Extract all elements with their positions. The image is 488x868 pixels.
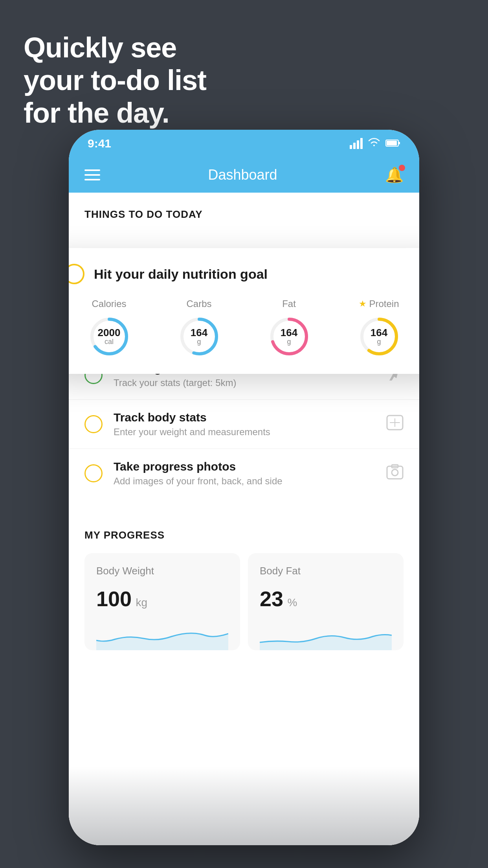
hero-text: Quickly see your to-do list for the day.	[24, 31, 206, 129]
body-weight-card[interactable]: Body Weight 100 kg	[84, 553, 240, 650]
header-title: Dashboard	[208, 167, 277, 183]
body-stats-info: Track body stats Enter your weight and m…	[114, 411, 375, 438]
calories-value: 2000	[98, 327, 121, 338]
body-fat-value-row: 23 %	[260, 587, 392, 611]
carbs-ring: Carbs 164 g	[178, 298, 221, 358]
hero-line2: your to-do list	[24, 64, 206, 97]
hero-line1: Quickly see	[24, 31, 206, 64]
fat-value: 164	[281, 327, 297, 338]
body-weight-card-title: Body Weight	[96, 565, 228, 577]
carbs-ring-wrapper: 164 g	[178, 315, 221, 358]
body-fat-chart	[260, 619, 392, 650]
carbs-value: 164	[191, 327, 207, 338]
app-header: Dashboard 🔔	[69, 157, 419, 193]
signal-bars-icon	[350, 138, 363, 149]
nutrition-rings: Calories 2000 cal	[69, 298, 419, 358]
hero-line3: for the day.	[24, 97, 206, 129]
status-time: 9:41	[88, 137, 111, 150]
carbs-label: Carbs	[186, 298, 211, 309]
body-weight-value-row: 100 kg	[96, 587, 228, 611]
protein-ring: ★ Protein 164 g	[358, 298, 401, 358]
status-bar: 9:41	[69, 130, 419, 157]
protein-value-wrapper: 164 g	[371, 327, 387, 346]
protein-unit: g	[371, 338, 387, 346]
progress-photos-subtitle: Add images of your front, back, and side	[114, 476, 375, 487]
body-stats-checkbox[interactable]	[84, 415, 103, 433]
protein-label: ★ Protein	[359, 298, 399, 309]
calories-unit: cal	[98, 338, 121, 346]
notification-button[interactable]: 🔔	[385, 166, 404, 184]
phone-frame: 9:41	[69, 130, 419, 845]
body-fat-card-title: Body Fat	[260, 565, 392, 577]
menu-button[interactable]	[84, 169, 100, 180]
body-stats-title: Track body stats	[114, 411, 375, 424]
card-header: Hit your daily nutrition goal	[69, 264, 419, 284]
svg-rect-1	[387, 141, 397, 145]
todo-item-body-stats[interactable]: Track body stats Enter your weight and m…	[69, 399, 419, 449]
body-weight-chart	[96, 619, 228, 650]
fat-value-wrapper: 164 g	[281, 327, 297, 346]
battery-icon	[385, 137, 400, 150]
fat-ring-wrapper: 164 g	[268, 315, 311, 358]
carbs-unit: g	[191, 338, 207, 346]
content-area: THINGS TO DO TODAY Hit your daily nutrit…	[69, 193, 419, 845]
todo-item-progress-photos[interactable]: Take progress photos Add images of your …	[69, 449, 419, 498]
body-fat-unit: %	[288, 596, 297, 609]
phone-mockup: 9:41	[69, 130, 419, 845]
nutrition-checkbox[interactable]	[69, 264, 84, 284]
scale-icon	[386, 415, 404, 434]
status-icons	[350, 137, 400, 150]
protein-ring-wrapper: 164 g	[358, 315, 401, 358]
progress-photos-title: Take progress photos	[114, 460, 375, 473]
fat-unit: g	[281, 338, 297, 346]
svg-rect-2	[398, 142, 400, 144]
calories-ring-wrapper: 2000 cal	[88, 315, 131, 358]
progress-section-title: MY PROGRESS	[84, 529, 404, 541]
svg-point-13	[392, 469, 398, 476]
photo-icon	[386, 464, 404, 483]
progress-cards: Body Weight 100 kg	[84, 553, 404, 650]
nutrition-card: Hit your daily nutrition goal Calories	[69, 248, 419, 374]
nutrition-card-title: Hit your daily nutrition goal	[94, 267, 268, 282]
section-title: THINGS TO DO TODAY	[69, 193, 419, 228]
progress-photos-info: Take progress photos Add images of your …	[114, 460, 375, 487]
running-subtitle: Track your stats (target: 5km)	[114, 377, 375, 388]
calories-value-wrapper: 2000 cal	[98, 327, 121, 346]
body-fat-value: 23	[260, 587, 283, 611]
protein-value: 164	[371, 327, 387, 338]
progress-photos-checkbox[interactable]	[84, 464, 103, 482]
wifi-icon	[368, 138, 380, 150]
fat-label: Fat	[282, 298, 296, 309]
body-weight-value: 100	[96, 587, 132, 611]
body-fat-card[interactable]: Body Fat 23 %	[248, 553, 404, 650]
calories-ring: Calories 2000 cal	[88, 298, 131, 358]
body-stats-subtitle: Enter your weight and measurements	[114, 427, 375, 438]
body-weight-unit: kg	[136, 596, 148, 609]
fat-ring: Fat 164 g	[268, 298, 311, 358]
calories-label: Calories	[92, 298, 126, 309]
star-icon: ★	[359, 299, 367, 309]
carbs-value-wrapper: 164 g	[191, 327, 207, 346]
progress-section: MY PROGRESS Body Weight 100 kg	[69, 506, 419, 666]
notification-dot	[399, 165, 405, 171]
